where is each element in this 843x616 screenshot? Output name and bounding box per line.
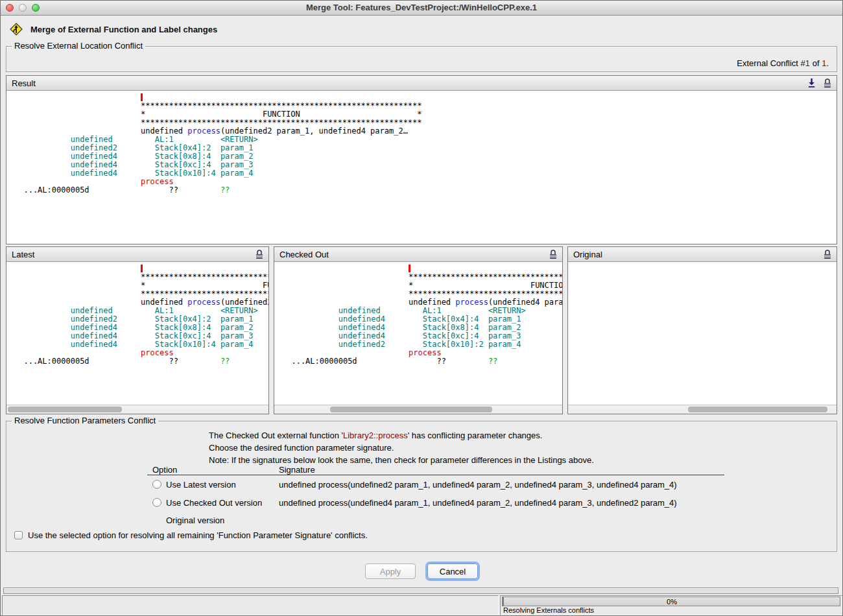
original-listing[interactable] (568, 262, 837, 405)
latest-panel-header: Latest (6, 247, 268, 262)
original-panel-header: Original (568, 247, 837, 262)
merge-icon (10, 23, 23, 36)
checked-out-panel-label: Checked Out (279, 250, 549, 259)
version-panels-row: Latest *********************************… (6, 246, 837, 414)
original-panel-label: Original (573, 250, 824, 259)
listing-line: ...AL:0000005d ?? ?? (282, 357, 562, 366)
resolve-all-checkbox[interactable] (14, 531, 23, 539)
option-row-use-latest: Use Latest version undefined process(und… (147, 475, 724, 493)
conflict-message: The Checked Out external function 'Libra… (209, 429, 594, 466)
traffic-light-buttons (6, 4, 40, 12)
checked-out-panel: Checked Out ****************************… (274, 246, 563, 414)
result-listing[interactable]: ****************************************… (6, 91, 837, 244)
result-panel-header: Result (6, 76, 837, 91)
task-label: Resolving Externals conflicts (502, 606, 840, 615)
result-panel-icons (807, 78, 831, 88)
lock-icon[interactable] (824, 249, 831, 259)
footer-strip (3, 587, 838, 594)
original-panel: Original (567, 246, 837, 414)
checked-out-panel-header: Checked Out (274, 247, 562, 262)
scrollbar-thumb[interactable] (688, 407, 827, 412)
signature-value: undefined process(undefined4 param_1, un… (279, 498, 724, 508)
option-row-use-checked-out: Use Checked Out version undefined proces… (147, 493, 724, 512)
scrollbar-thumb[interactable] (8, 407, 122, 412)
horizontal-scrollbar[interactable] (6, 405, 268, 414)
external-location-conflict-group: Resolve External Location Conflict Exter… (6, 46, 837, 72)
checked-out-listing[interactable]: ****************************************… (274, 262, 562, 405)
resolve-all-row: Use the selected option for resolving al… (14, 530, 368, 540)
function-parameters-conflict-group: Resolve Function Parameters Conflict The… (6, 421, 837, 552)
progress-bar: 0% (502, 597, 840, 606)
horizontal-scrollbar[interactable] (274, 405, 562, 414)
latest-panel: Latest *********************************… (6, 246, 269, 414)
dialog-buttons: Apply Cancel (1, 563, 842, 579)
progress-area: 0% Resolving Externals conflicts (500, 595, 842, 615)
lock-icon[interactable] (549, 249, 557, 259)
progress-percent: 0% (667, 598, 677, 606)
signature-value: undefined process(undefined2 param_1, un… (279, 480, 724, 490)
option-label[interactable]: Use Latest version (166, 480, 236, 490)
conflict-message-line: Choose the desired function parameter si… (209, 442, 594, 454)
lock-icon[interactable] (255, 249, 263, 259)
group-title: Resolve External Location Conflict (12, 41, 145, 51)
close-button[interactable] (6, 4, 14, 12)
scrollbar-thumb[interactable] (330, 407, 492, 412)
listing-line: ...AL:0000005d ?? ?? (14, 357, 268, 366)
result-panel-label: Result (12, 78, 807, 88)
radio-use-checked-out-version[interactable] (152, 498, 161, 507)
titlebar[interactable]: Merge Tool: Features_DevTestProject:/Win… (1, 1, 842, 16)
conflict-message-line: The Checked Out external function 'Libra… (209, 429, 594, 442)
minimize-button[interactable] (19, 4, 27, 12)
resolve-all-label[interactable]: Use the selected option for resolving al… (28, 530, 368, 540)
merge-phase-header: Merge of External Function and Label cha… (10, 21, 217, 37)
zoom-button[interactable] (32, 4, 40, 12)
option-label: Original version (166, 515, 224, 525)
status-message-area (2, 595, 499, 615)
conflict-counter: External Conflict #1 of 1. (737, 58, 829, 68)
option-table-header: Option Signature (147, 463, 724, 475)
result-panel: Result ************* (6, 75, 837, 244)
signature-option-table: Option Signature Use Latest version unde… (147, 463, 724, 528)
listing-line: ...AL:0000005d ?? ?? (14, 186, 837, 195)
signature-column-header: Signature (279, 465, 724, 475)
apply-button[interactable]: Apply (365, 563, 416, 579)
window-title: Merge Tool: Features_DevTestProject:/Win… (1, 1, 842, 14)
lock-icon[interactable] (824, 78, 831, 88)
option-column-header: Option (147, 465, 279, 475)
merge-tool-window: Merge Tool: Features_DevTestProject:/Win… (0, 0, 843, 616)
radio-use-latest-version[interactable] (152, 480, 161, 489)
group-title: Resolve Function Parameters Conflict (12, 416, 158, 425)
latest-panel-label: Latest (12, 250, 255, 259)
page-title: Merge of External Function and Label cha… (30, 25, 217, 34)
latest-listing[interactable]: ****************************************… (6, 262, 268, 405)
horizontal-scrollbar[interactable] (568, 405, 837, 414)
cancel-button[interactable]: Cancel (427, 563, 478, 579)
option-label[interactable]: Use Checked Out version (166, 498, 262, 508)
option-row-original: Original version (147, 512, 724, 528)
radio-spacer (152, 515, 161, 525)
down-arrow-icon[interactable] (807, 78, 816, 88)
